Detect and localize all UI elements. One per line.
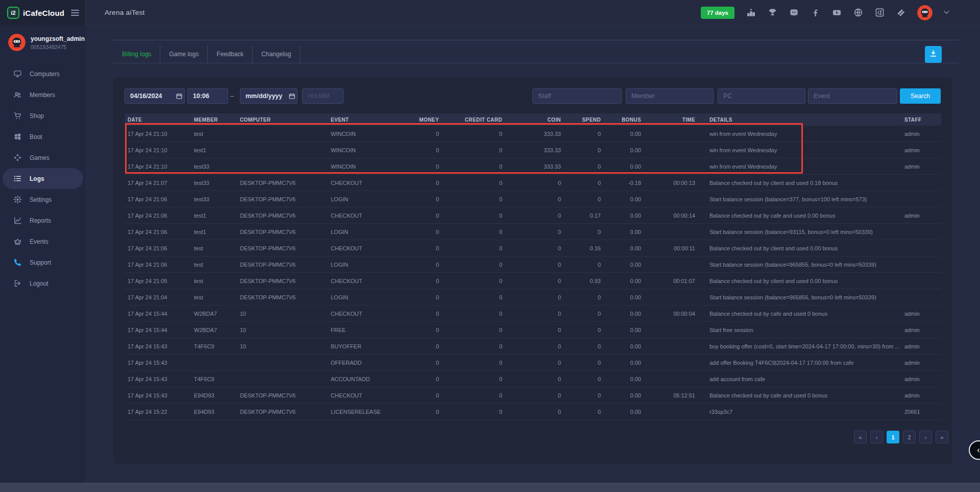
tab-feedback[interactable]: Feedback	[208, 45, 252, 63]
horizontal-scrollbar[interactable]	[0, 483, 980, 492]
cell-event: WINCOIN	[331, 131, 406, 137]
time-to-input[interactable]	[302, 88, 344, 104]
cell-time: 00:00:14	[644, 213, 698, 219]
cell-money: 0	[406, 196, 442, 202]
sidebar-item-reports[interactable]: Reports	[0, 210, 86, 231]
time-from-input[interactable]	[187, 88, 228, 104]
sidebar-item-logout[interactable]: Logout	[0, 273, 86, 294]
cell-date: 17 Apr 24 15:43	[125, 392, 194, 399]
table-row: 17 Apr 24 21:06test1DESKTOP-PMMC7V6LOGIN…	[125, 224, 941, 240]
pagination-button[interactable]: «	[854, 431, 867, 443]
trophy-icon[interactable]	[767, 8, 777, 18]
sidebar-item-computers[interactable]: Computers	[0, 63, 86, 84]
download-button[interactable]	[925, 46, 942, 63]
cell-bonus: 0.00	[604, 360, 644, 366]
cell-details: Balance checked out by cafe and used 0 b…	[698, 392, 903, 399]
cell-computer: 10	[240, 311, 331, 317]
sidebar-item-logs[interactable]: Logs	[3, 168, 83, 189]
events-icon	[13, 237, 22, 246]
cell-creditcard: 0	[442, 360, 505, 366]
table-row: 17 Apr 24 21:06testDESKTOP-PMMC7V6CHECKO…	[125, 240, 941, 256]
search-button[interactable]: Search	[900, 88, 941, 104]
cell-staff: admin	[903, 343, 941, 349]
sidebar-item-shop[interactable]: Shop	[0, 105, 86, 126]
pagination-button[interactable]: 2	[903, 431, 916, 443]
pagination-page-current[interactable]: 1	[887, 431, 899, 443]
top-header: i2 iCafeCloud Arena aiTest 77 days	[0, 0, 980, 26]
pagination-button[interactable]: ›	[919, 431, 932, 443]
cell-money: 0	[406, 147, 442, 153]
shop-icon	[13, 111, 22, 120]
member-filter-input[interactable]	[626, 88, 714, 104]
ranking-icon[interactable]	[746, 8, 756, 18]
cell-coin: 333.33	[505, 163, 564, 170]
cell-event: BUYOFFER	[331, 343, 406, 349]
column-header-coin: COIN	[505, 117, 564, 123]
staff-filter-input[interactable]	[532, 88, 622, 104]
divider	[113, 40, 959, 40]
chevron-down-icon[interactable]	[944, 10, 949, 15]
facebook-icon[interactable]	[810, 8, 820, 18]
cell-event: CHECKOUT	[331, 245, 406, 251]
cell-bonus: 0.00	[604, 376, 644, 382]
tab-changelog[interactable]: Changelog	[253, 45, 300, 63]
cell-money: 0	[406, 131, 442, 137]
event-filter-input[interactable]	[808, 88, 897, 104]
pagination-button[interactable]: ‹	[870, 431, 883, 443]
layers-icon[interactable]	[896, 8, 906, 18]
cell-details: Start free session	[698, 327, 903, 333]
youtube-icon[interactable]	[831, 8, 842, 18]
date-to-input[interactable]	[240, 88, 298, 104]
pagination: «‹12›»	[854, 431, 948, 443]
cell-event: WINCOIN	[331, 147, 406, 153]
cell-event: CHECKOUT	[331, 213, 406, 219]
tab-game-logs[interactable]: Game logs	[160, 45, 207, 63]
cell-event: CHECKOUT	[331, 311, 406, 317]
cell-creditcard: 0	[442, 180, 505, 186]
table-row: 17 Apr 24 15:44W2BDA710CHECKOUT00000.000…	[125, 306, 941, 322]
header-right: 77 days	[701, 5, 949, 20]
sidebar-item-members[interactable]: Members	[0, 84, 86, 105]
cell-details: Balance checked out by cafe and used 0.0…	[698, 213, 903, 219]
discord-icon[interactable]	[789, 8, 799, 18]
icafe-logo-icon[interactable]	[874, 8, 885, 18]
cell-bonus: 0.00	[604, 294, 644, 300]
table-row: 17 Apr 24 21:04testDESKTOP-PMMC7V6LOGIN0…	[125, 289, 941, 306]
cell-bonus: 0.00	[604, 163, 644, 170]
tab-billing-logs[interactable]: Billing logs	[113, 45, 160, 63]
cell-creditcard: 0	[442, 327, 505, 333]
cell-event: FREE	[331, 327, 406, 333]
cell-coin: 0	[505, 327, 564, 333]
cell-staff: admin	[903, 213, 941, 219]
cell-event: CHECKOUT	[331, 278, 406, 284]
cell-coin: 0	[505, 294, 564, 300]
pagination-button[interactable]: »	[936, 431, 948, 443]
cell-creditcard: 0	[442, 229, 505, 235]
hamburger-menu-icon[interactable]	[71, 10, 79, 16]
cell-bonus: 0.00	[604, 327, 644, 333]
sidebar-item-boot[interactable]: Boot	[0, 126, 86, 147]
sidebar-item-events[interactable]: Events	[0, 231, 86, 252]
cell-money: 0	[406, 376, 442, 382]
sidebar-item-support[interactable]: Support	[0, 252, 86, 273]
license-days-badge[interactable]: 77 days	[701, 7, 734, 19]
settings-icon	[13, 195, 22, 204]
date-from-input[interactable]	[125, 88, 185, 104]
cell-money: 0	[406, 229, 442, 235]
user-avatar[interactable]	[917, 5, 933, 20]
cell-member: T4F6C9	[194, 376, 240, 382]
pc-filter-input[interactable]	[718, 88, 805, 104]
main-content: Billing logsGame logsFeedbackChangelog –…	[86, 26, 980, 483]
cell-date: 17 Apr 24 21:10	[125, 131, 194, 137]
cell-money: 0	[406, 262, 442, 268]
cell-event: LICENSERELEASE	[331, 409, 406, 415]
cell-bonus: 0.00	[604, 311, 644, 317]
globe-icon[interactable]	[853, 8, 863, 18]
cell-creditcard: 0	[442, 163, 505, 170]
sidebar-item-settings[interactable]: Settings	[0, 189, 86, 210]
cell-details: Balance checked out by client and used 0…	[698, 245, 903, 251]
sidebar-item-games[interactable]: Games	[0, 147, 86, 168]
cell-member: test	[194, 278, 240, 284]
cell-details: Start balance session (balance=965856, b…	[698, 294, 903, 300]
table-header: DATEMEMBERCOMPUTEREVENTMONEYCREDIT CARDC…	[125, 113, 941, 126]
